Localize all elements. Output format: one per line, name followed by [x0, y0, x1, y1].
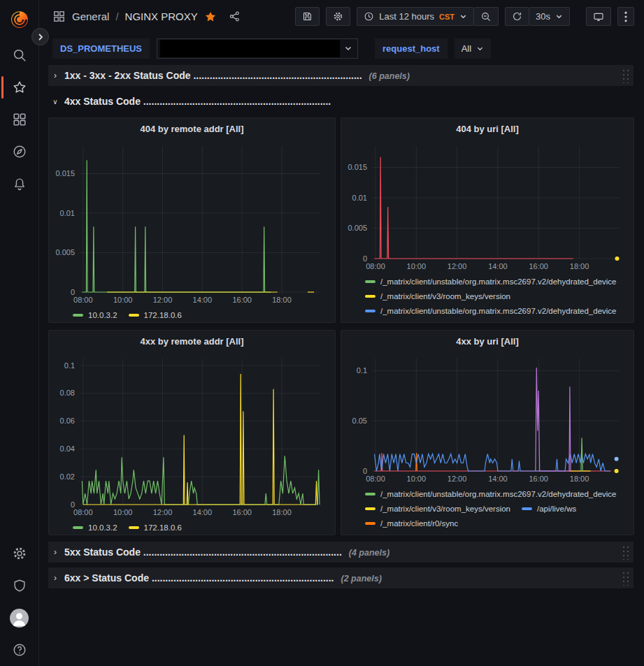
- grafana-app: General / NGINX PROXY: [0, 0, 644, 666]
- breadcrumb-folder[interactable]: General: [72, 10, 109, 22]
- alerting-bell-icon: [12, 176, 27, 191]
- timezone-label: CST: [439, 13, 455, 21]
- zoom-out-button[interactable]: [474, 7, 499, 26]
- legend-item[interactable]: /_matrix/client/r0/sync: [365, 516, 458, 530]
- panel-4xx-by-uri: 4xx by uri [All] 08:0010:0012:0014:0016:…: [341, 330, 634, 535]
- row-panel-count: (2 panels): [341, 574, 382, 584]
- share-icon[interactable]: [229, 10, 241, 22]
- row-drag-handle[interactable]: [621, 570, 629, 586]
- legend-item[interactable]: /_matrix/client/unstable/org.matrix.msc2…: [365, 303, 617, 318]
- svg-text:12:00: 12:00: [153, 296, 173, 304]
- sidebar-item-search[interactable]: [0, 39, 39, 71]
- row-drag-handle[interactable]: [621, 68, 629, 83]
- row-1xx-2xx-3xx[interactable]: › 1xx - 3xx - 2xx Status Code ..........…: [48, 65, 634, 86]
- legend-swatch: [365, 310, 375, 312]
- legend-label: /_matrix/client/v3/room_keys/version: [380, 321, 510, 323]
- sidebar-item-explore[interactable]: [0, 136, 39, 168]
- svg-text:0.01: 0.01: [60, 209, 75, 217]
- datasource-value-redacted: [160, 40, 340, 57]
- sidebar-item-configuration[interactable]: [0, 537, 39, 570]
- legend-item[interactable]: /sw.js: [522, 318, 557, 322]
- svg-text:0.04: 0.04: [60, 444, 75, 453]
- refresh-interval-label: 30s: [536, 11, 550, 22]
- row-6xx[interactable]: › 6xx > Status Code ....................…: [48, 567, 634, 588]
- row-5xx[interactable]: › 5xx Status Code ......................…: [48, 542, 634, 563]
- svg-text:10:00: 10:00: [407, 475, 427, 483]
- panel-title[interactable]: 404 by uri [All]: [341, 118, 634, 139]
- legend-item[interactable]: 10.0.3.2: [73, 307, 117, 322]
- timeseries-chart[interactable]: 08:0010:0012:0014:0016:0018:0000.050.1: [347, 352, 628, 486]
- sidebar-item-alerting[interactable]: [0, 168, 39, 200]
- svg-text:10:00: 10:00: [407, 262, 427, 270]
- explore-compass-icon: [12, 144, 27, 159]
- search-icon: [12, 48, 27, 63]
- legend-item[interactable]: 10.0.3.2: [73, 520, 117, 535]
- panel-title[interactable]: 4xx by remote addr [All]: [49, 331, 335, 352]
- svg-text:10:00: 10:00: [113, 296, 133, 304]
- more-options-button[interactable]: [617, 7, 634, 26]
- svg-text:16:00: 16:00: [529, 475, 548, 483]
- panel-title[interactable]: 404 by remote addr [All]: [49, 118, 335, 139]
- legend-item[interactable]: /_matrix/client/v3/room_keys/version: [365, 289, 510, 303]
- shield-icon: [12, 578, 27, 593]
- favorite-star-icon[interactable]: [204, 10, 217, 23]
- svg-text:0.015: 0.015: [55, 169, 75, 178]
- zoom-out-icon: [480, 11, 492, 22]
- panel-title[interactable]: 4xx by uri [All]: [341, 331, 634, 352]
- legend-item[interactable]: /_matrix/client/unstable/org.matrix.msc2…: [365, 530, 617, 535]
- time-range-picker[interactable]: Last 12 hours CST: [357, 7, 474, 26]
- legend-item[interactable]: /api/live/ws: [522, 501, 576, 516]
- legend-item[interactable]: 172.18.0.6: [129, 520, 182, 535]
- chevron-right-icon: ›: [52, 71, 59, 80]
- row-drag-handle[interactable]: [621, 544, 629, 560]
- request-host-variable-select[interactable]: All: [455, 38, 491, 59]
- legend-label: 10.0.3.2: [88, 311, 117, 319]
- gear-icon: [12, 546, 27, 561]
- legend-item[interactable]: /_matrix/client/v3/room_keys/version: [365, 318, 510, 322]
- timeseries-chart[interactable]: 08:0010:0012:0014:0016:0018:0000.020.040…: [55, 352, 329, 519]
- sidebar-item-dashboards[interactable]: [0, 103, 39, 136]
- chevron-right-icon: ›: [52, 573, 59, 583]
- tv-mode-button[interactable]: [586, 7, 611, 26]
- refresh-icon: [512, 11, 522, 22]
- legend-label: /_matrix/client/unstable/org.matrix.msc2…: [380, 534, 617, 535]
- chevron-down-icon: [344, 44, 352, 52]
- chevron-down-icon: [476, 45, 484, 52]
- legend-item[interactable]: /_matrix/client/unstable/org.matrix.msc2…: [365, 274, 617, 289]
- legend-item[interactable]: /_matrix/client/v3/room_keys/version: [365, 501, 510, 516]
- chart-legend: 10.0.3.2172.18.0.6: [49, 519, 335, 535]
- dashboard-body: › 1xx - 3xx - 2xx Status Code ..........…: [40, 64, 644, 588]
- legend-label: 172.18.0.6: [144, 311, 182, 319]
- svg-text:08:00: 08:00: [366, 475, 385, 483]
- svg-text:18:00: 18:00: [570, 475, 589, 483]
- datasource-variable-label[interactable]: DS_PROMETHEUS: [52, 38, 150, 59]
- request-host-variable-label[interactable]: request_host: [375, 38, 448, 59]
- svg-text:14:00: 14:00: [193, 508, 213, 516]
- sidebar-item-profile[interactable]: [0, 602, 39, 634]
- sidebar-item-starred[interactable]: [0, 71, 39, 103]
- refresh-button[interactable]: [505, 7, 529, 26]
- dashboards-icon: [12, 112, 27, 127]
- apps-icon[interactable]: [52, 10, 66, 23]
- legend-item[interactable]: 172.18.0.6: [129, 307, 182, 322]
- breadcrumb-dashboard-title[interactable]: NGINX PROXY: [125, 10, 198, 22]
- sidebar-item-server-admin[interactable]: [0, 570, 39, 602]
- legend-label: /_matrix/client/unstable/org.matrix.msc2…: [380, 277, 617, 286]
- chevron-right-icon: [37, 34, 44, 41]
- main-content: General / NGINX PROXY: [40, 0, 644, 666]
- svg-text:0.05: 0.05: [352, 417, 367, 425]
- request-host-value: All: [461, 43, 471, 54]
- legend-item[interactable]: /_matrix/client/unstable/org.matrix.msc2…: [365, 486, 617, 501]
- save-dashboard-button[interactable]: [295, 7, 320, 26]
- refresh-interval-picker[interactable]: 30s: [529, 7, 570, 26]
- legend-label: /_matrix/client/r0/sync: [380, 519, 458, 528]
- row-4xx[interactable]: ∨ 4xx Status Code ......................…: [48, 91, 634, 112]
- sidebar-item-help[interactable]: [0, 634, 39, 666]
- sidebar-expand-button[interactable]: [31, 28, 49, 45]
- datasource-variable-select[interactable]: [157, 38, 358, 59]
- timeseries-chart[interactable]: 08:0010:0012:0014:0016:0018:0000.0050.01…: [55, 139, 329, 307]
- timeseries-chart[interactable]: 08:0010:0012:0014:0016:0018:0000.0050.01…: [347, 139, 628, 273]
- svg-text:0.01: 0.01: [352, 194, 367, 202]
- dashboard-settings-button[interactable]: [326, 7, 350, 26]
- panel-404-by-uri: 404 by uri [All] 08:0010:0012:0014:0016:…: [341, 117, 634, 323]
